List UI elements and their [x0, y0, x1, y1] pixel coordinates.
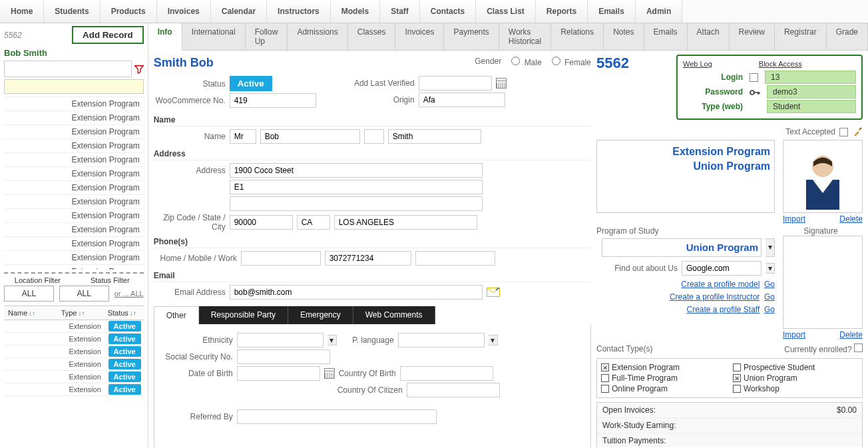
address3-input[interactable]: [230, 196, 483, 211]
list-item[interactable]: Extension Program: [4, 251, 144, 265]
table-row[interactable]: ExtensionActive: [4, 383, 144, 396]
work-phone-input[interactable]: [415, 251, 495, 266]
last-verified-input[interactable]: [419, 76, 492, 91]
tab-admissions[interactable]: Admissions: [288, 23, 347, 50]
tab-registrar[interactable]: Registrar: [775, 23, 827, 50]
list-item[interactable]: Extension Program: [4, 223, 144, 237]
referred-input[interactable]: [237, 409, 437, 424]
address1-input[interactable]: [230, 163, 483, 178]
email-icon[interactable]: [487, 288, 500, 297]
nav-calendar[interactable]: Calendar: [211, 0, 267, 23]
zip-input[interactable]: [230, 215, 293, 230]
subtab-other[interactable]: Other: [154, 306, 199, 324]
profile-link[interactable]: Create a profile model: [681, 280, 760, 289]
photo-import-link[interactable]: Import: [783, 214, 805, 224]
dropdown-icon[interactable]: ▾: [765, 238, 775, 257]
table-row[interactable]: ExtensionActive: [4, 358, 144, 371]
nav-reports[interactable]: Reports: [536, 0, 588, 23]
checkbox-icon[interactable]: [733, 385, 741, 393]
findout-select[interactable]: [682, 261, 761, 276]
col-status[interactable]: Status: [108, 309, 128, 317]
checkbox-icon[interactable]: [733, 363, 741, 371]
cob-input[interactable]: [400, 366, 493, 381]
last-name-input[interactable]: [388, 129, 481, 144]
col-type[interactable]: Type: [61, 309, 77, 317]
list-item[interactable]: Extension Program: [4, 209, 144, 223]
password-value[interactable]: demo3: [767, 85, 856, 99]
checkbox-icon[interactable]: [601, 385, 609, 393]
status-badge[interactable]: Active: [108, 334, 141, 344]
photo-delete-link[interactable]: Delete: [839, 214, 863, 224]
contact-type-item[interactable]: Full-Time Program: [601, 373, 726, 383]
city-input[interactable]: [334, 215, 477, 230]
signature-box[interactable]: [783, 236, 863, 329]
sort-icon[interactable]: ↓↑: [130, 310, 136, 317]
ethnicity-select[interactable]: [237, 333, 324, 347]
table-row[interactable]: ExtensionActive: [4, 333, 144, 345]
nav-instructors[interactable]: Instructors: [267, 0, 331, 23]
list-item[interactable]: Extension Program: [4, 167, 144, 181]
coc-input[interactable]: [407, 383, 500, 397]
program-study-select[interactable]: Union Program: [602, 238, 761, 257]
status-filter-all[interactable]: ALL: [59, 286, 109, 302]
middle-name-input[interactable]: [364, 129, 384, 144]
tab-works-historical[interactable]: Works Historical: [499, 23, 551, 50]
tab-international[interactable]: International: [182, 23, 246, 50]
add-record-button[interactable]: Add Record: [72, 26, 144, 44]
calendar-icon[interactable]: [496, 78, 507, 89]
list-item[interactable]: Extension Program: [4, 181, 144, 195]
calendar-icon[interactable]: [324, 368, 335, 379]
broom-icon[interactable]: [852, 126, 863, 137]
plang-select[interactable]: [398, 333, 485, 347]
text-accepted-checkbox[interactable]: [839, 128, 848, 136]
table-row[interactable]: ExtensionActive: [4, 345, 144, 358]
contact-type-item[interactable]: Prospective Student: [733, 363, 858, 372]
table-row[interactable]: ExtensionActive: [4, 320, 144, 333]
tab-review[interactable]: Review: [730, 23, 775, 50]
tab-grade[interactable]: Grade: [827, 23, 868, 50]
checkbox-icon[interactable]: ✕: [601, 363, 609, 371]
sidebar-search-input[interactable]: [4, 61, 132, 77]
dropdown-icon[interactable]: ▾: [327, 335, 337, 345]
login-value[interactable]: 13: [765, 71, 856, 84]
salutation-input[interactable]: [230, 129, 256, 144]
nav-home[interactable]: Home: [0, 0, 44, 23]
list-item[interactable]: Extension Program: [4, 265, 144, 270]
go-link[interactable]: Go: [764, 280, 775, 289]
gender-male[interactable]: Male: [508, 55, 541, 67]
tab-emails[interactable]: Emails: [644, 23, 688, 50]
nav-staff[interactable]: Staff: [380, 0, 420, 23]
list-item[interactable]: Extension Program: [4, 153, 144, 167]
contact-type-item[interactable]: ✕Union Program: [733, 373, 858, 383]
nav-products[interactable]: Products: [101, 0, 157, 23]
status-badge[interactable]: Active: [108, 321, 141, 332]
gender-female[interactable]: Female: [548, 55, 591, 67]
mobile-phone-input[interactable]: [325, 251, 411, 266]
dob-input[interactable]: [237, 366, 320, 381]
or-all-link[interactable]: or ... ALL: [114, 290, 144, 298]
col-name[interactable]: Name: [8, 309, 27, 317]
go-link[interactable]: Go: [764, 292, 775, 302]
filter-icon[interactable]: [134, 65, 144, 74]
list-item[interactable]: Extension Program: [4, 125, 144, 139]
list-item[interactable]: Extension Program: [4, 139, 144, 153]
student-photo[interactable]: [783, 140, 863, 213]
enrolled-checkbox[interactable]: [854, 343, 863, 352]
nav-contacts[interactable]: Contacts: [420, 0, 476, 23]
email-input[interactable]: [230, 285, 483, 300]
nav-admin[interactable]: Admin: [636, 0, 682, 23]
subtab-responsible-party[interactable]: Responsible Party: [199, 306, 288, 324]
profile-link[interactable]: Create a profile Instructor: [670, 292, 760, 302]
tab-follow-up[interactable]: Follow Up: [246, 23, 288, 50]
go-link[interactable]: Go: [764, 305, 775, 314]
home-phone-input[interactable]: [241, 251, 321, 266]
type-value[interactable]: Student: [767, 100, 856, 113]
first-name-input[interactable]: [260, 129, 360, 144]
status-badge[interactable]: Active: [108, 346, 141, 357]
signature-import-link[interactable]: Import: [783, 330, 805, 339]
tab-invoices[interactable]: Invoices: [395, 23, 444, 50]
tab-attach[interactable]: Attach: [688, 23, 730, 50]
address2-input[interactable]: [230, 180, 483, 194]
sort-icon[interactable]: ↓↑: [79, 310, 85, 317]
checkbox-icon[interactable]: ✕: [733, 374, 741, 382]
